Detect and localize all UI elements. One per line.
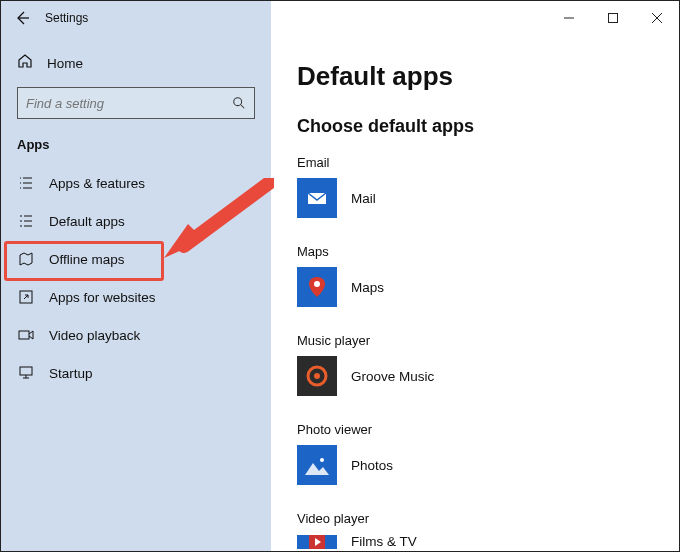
nav-label: Offline maps: [49, 252, 125, 267]
home-nav[interactable]: Home: [1, 47, 271, 87]
category-label: Video player: [297, 511, 669, 526]
svg-line-5: [241, 105, 245, 109]
nav-label: Startup: [49, 366, 93, 381]
search-input[interactable]: [26, 96, 232, 111]
default-app-picker-photo[interactable]: Photos: [297, 445, 669, 485]
default-email: Email Mail: [297, 155, 669, 218]
films-tv-icon: [297, 535, 337, 549]
nav-offline-maps[interactable]: Offline maps: [1, 240, 271, 278]
default-app-picker-maps[interactable]: Maps: [297, 267, 669, 307]
svg-point-28: [314, 373, 320, 379]
svg-point-4: [234, 98, 242, 106]
section-title: Choose default apps: [297, 116, 669, 137]
default-photo: Photo viewer Photos: [297, 422, 669, 485]
svg-rect-20: [20, 367, 32, 375]
title-bar: Settings: [1, 1, 679, 35]
maps-icon: [297, 267, 337, 307]
default-app-picker-music[interactable]: Groove Music: [297, 356, 669, 396]
nav-startup[interactable]: Startup: [1, 354, 271, 392]
defaults-icon: [17, 212, 35, 230]
nav-apps-features[interactable]: Apps & features: [1, 164, 271, 202]
list-icon: [17, 174, 35, 192]
video-icon: [17, 326, 35, 344]
svg-point-30: [320, 458, 324, 462]
startup-icon: [17, 364, 35, 382]
default-maps: Maps Maps: [297, 244, 669, 307]
svg-point-26: [314, 281, 320, 287]
close-button[interactable]: [635, 1, 679, 35]
app-name: Mail: [351, 191, 376, 206]
svg-rect-1: [609, 14, 618, 23]
arrow-left-icon: [14, 10, 30, 26]
nav-apps-websites[interactable]: Apps for websites: [1, 278, 271, 316]
close-icon: [652, 13, 662, 23]
nav-video-playback[interactable]: Video playback: [1, 316, 271, 354]
page-title: Default apps: [297, 61, 669, 92]
nav-default-apps[interactable]: Default apps: [1, 202, 271, 240]
app-name: Maps: [351, 280, 384, 295]
home-icon: [17, 53, 33, 73]
nav-label: Video playback: [49, 328, 140, 343]
search-icon: [232, 96, 246, 110]
default-music: Music player Groove Music: [297, 333, 669, 396]
default-app-picker-email[interactable]: Mail: [297, 178, 669, 218]
window-title: Settings: [45, 11, 88, 25]
open-icon: [17, 288, 35, 306]
map-icon: [17, 250, 35, 268]
maximize-button[interactable]: [591, 1, 635, 35]
groove-icon: [297, 356, 337, 396]
app-name: Photos: [351, 458, 393, 473]
photos-icon: [297, 445, 337, 485]
category-header: Apps: [1, 137, 271, 164]
app-name: Films & TV: [351, 534, 417, 549]
maximize-icon: [608, 13, 618, 23]
minimize-button[interactable]: [547, 1, 591, 35]
nav-label: Default apps: [49, 214, 125, 229]
svg-rect-19: [19, 331, 29, 339]
category-label: Music player: [297, 333, 669, 348]
nav-label: Apps for websites: [49, 290, 156, 305]
default-app-picker-video[interactable]: Films & TV: [297, 534, 669, 549]
home-label: Home: [47, 56, 83, 71]
category-label: Photo viewer: [297, 422, 669, 437]
sidebar: Home Apps Apps & features Default apps O…: [1, 35, 271, 551]
search-box[interactable]: [17, 87, 255, 119]
back-button[interactable]: [13, 9, 31, 27]
category-label: Email: [297, 155, 669, 170]
main-pane: Default apps Choose default apps Email M…: [271, 35, 679, 551]
default-video: Video player Films & TV: [297, 511, 669, 549]
category-label: Maps: [297, 244, 669, 259]
minimize-icon: [564, 13, 574, 23]
mail-icon: [297, 178, 337, 218]
nav-label: Apps & features: [49, 176, 145, 191]
app-name: Groove Music: [351, 369, 434, 384]
